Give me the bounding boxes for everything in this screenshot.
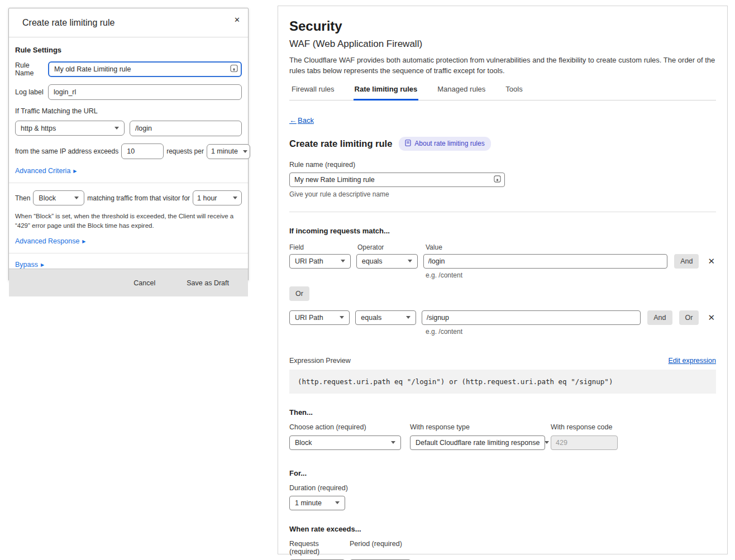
create-rule-heading: Create rate limiting rule <box>289 138 392 149</box>
then-heading: Then... <box>289 408 716 417</box>
divider <box>9 183 248 183</box>
url-match-row: http & https <box>15 121 242 136</box>
caret-down-icon <box>545 441 549 444</box>
tab-tools[interactable]: Tools <box>504 85 523 100</box>
modal-body: Rule Settings Rule Name Log label <box>9 37 248 269</box>
caret-down-icon <box>341 260 345 262</box>
expression-preview-label: Expression Preview <box>289 357 351 365</box>
caret-down-icon <box>74 197 79 199</box>
threshold-prefix: from the same IP address exceeds <box>15 147 118 155</box>
for-heading: For... <box>289 469 716 477</box>
requests-label: Requests (required) <box>289 540 345 556</box>
caret-down-icon <box>340 316 344 319</box>
divider <box>289 212 716 212</box>
rule-name-row: Rule Name <box>15 61 242 77</box>
duration-label: Duration (required) <box>289 484 716 492</box>
tab-managed-rules[interactable]: Managed rules <box>436 85 486 100</box>
autofill-icon[interactable] <box>494 175 501 185</box>
expression-code: (http.request.uri.path eq "/login") or (… <box>289 370 716 394</box>
cancel-button[interactable]: Cancel <box>130 279 159 288</box>
chevron-right-icon: ▶ <box>73 169 77 174</box>
screen: Create rate limiting rule ✕ Rule Setting… <box>0 0 735 560</box>
duration-select[interactable]: 1 minute <box>289 496 345 510</box>
waf-tabs: Firewall rules Rate limiting rules Manag… <box>289 85 716 100</box>
or-connector-button[interactable]: Or <box>289 286 309 301</box>
chevron-right-icon: ▶ <box>41 262 44 267</box>
tab-rate-limiting-rules[interactable]: Rate limiting rules <box>354 85 419 100</box>
autofill-icon[interactable] <box>230 65 238 74</box>
bypass-link[interactable]: Bypass ▶ <box>15 261 44 269</box>
scheme-select[interactable]: http & https <box>15 121 125 136</box>
modal-footer: Cancel Save as Draft <box>9 269 248 296</box>
choose-action-label: Choose action (required) <box>289 423 401 431</box>
log-label-label: Log label <box>15 88 48 96</box>
field-select[interactable]: URI Path <box>289 310 350 325</box>
url-pattern-input[interactable] <box>130 121 242 136</box>
edit-expression-link[interactable]: Edit expression <box>669 357 716 365</box>
traffic-matching-heading: If Traffic Matching the URL <box>15 107 242 115</box>
period-label: Period (required) <box>350 540 402 556</box>
save-as-draft-button[interactable]: Save as Draft <box>183 279 232 288</box>
caret-down-icon <box>233 197 237 199</box>
action-select[interactable]: Block <box>289 435 401 450</box>
rule-name-input[interactable] <box>289 173 505 187</box>
rule-name-label: Rule Name <box>15 61 48 77</box>
value-hint: e.g. /content <box>426 271 716 279</box>
value-column-label: Value <box>426 243 442 251</box>
log-label-input[interactable] <box>48 84 242 100</box>
field-column-label: Field <box>289 243 357 251</box>
operator-select[interactable]: equals <box>355 310 416 325</box>
caret-down-icon <box>114 127 119 130</box>
remove-condition-icon[interactable]: ✕ <box>707 256 716 266</box>
match-heading: If incoming requests match... <box>289 227 716 235</box>
caret-down-icon <box>335 501 340 504</box>
tab-firewall-rules[interactable]: Firewall rules <box>290 85 336 100</box>
back-arrow-icon: ← <box>289 116 297 125</box>
response-code-label: With response code <box>551 423 618 431</box>
advanced-response-link[interactable]: Advanced Response ▶ <box>15 237 86 245</box>
advanced-criteria-link[interactable]: Advanced Criteria ▶ <box>15 167 77 175</box>
rule-name-label: Rule name (required) <box>289 161 716 169</box>
condition-row: URI Path equals And ✕ <box>289 254 716 269</box>
condition-column-labels: Field Operator Value <box>289 243 716 251</box>
page-title: Security <box>289 18 716 34</box>
caret-down-icon <box>391 441 395 444</box>
block-duration-select[interactable]: 1 hour <box>193 190 242 205</box>
waf-panel: Security WAF (Web Application Firewall) … <box>278 6 728 554</box>
value-input[interactable] <box>423 254 668 269</box>
action-select[interactable]: Block <box>33 190 84 205</box>
modal-header: Create rate limiting rule ✕ <box>9 8 248 37</box>
response-code-input[interactable] <box>551 435 618 450</box>
then-row: Then Block matching traffic from that vi… <box>15 190 242 205</box>
about-rate-limiting-badge[interactable]: About rate limiting rules <box>399 137 490 151</box>
or-button[interactable]: Or <box>679 310 699 325</box>
period-select[interactable]: 1 minute <box>207 144 250 159</box>
remove-condition-icon[interactable]: ✕ <box>707 312 716 323</box>
value-hint: e.g. /content <box>426 328 716 336</box>
doc-icon <box>405 140 411 148</box>
rate-heading: When rate exceeds... <box>289 525 716 533</box>
operator-select[interactable]: equals <box>356 254 418 269</box>
rule-name-helper: Give your rule a descriptive name <box>289 190 716 198</box>
page-description: The Cloudflare WAF provides both automat… <box>289 55 716 76</box>
rule-name-input[interactable] <box>48 61 242 77</box>
modal-title: Create rate limiting rule <box>22 18 114 27</box>
field-select[interactable]: URI Path <box>289 254 351 269</box>
chevron-right-icon: ▶ <box>82 239 85 244</box>
value-input[interactable] <box>422 310 641 325</box>
caret-down-icon <box>243 150 247 153</box>
then-prefix: Then <box>15 194 30 202</box>
response-type-select[interactable]: Default Cloudflare rate limiting respons… <box>410 435 545 450</box>
threshold-row: from the same IP address exceeds request… <box>15 143 242 159</box>
requests-count-input[interactable] <box>121 143 164 159</box>
close-icon[interactable]: ✕ <box>232 14 242 26</box>
condition-row: URI Path equals And Or ✕ <box>289 310 716 325</box>
log-label-row: Log label <box>15 84 242 100</box>
block-note: When “Block” is set, when the threshold … <box>15 212 242 230</box>
and-button[interactable]: And <box>674 254 699 269</box>
and-button[interactable]: And <box>647 310 672 325</box>
rule-settings-heading: Rule Settings <box>15 46 242 54</box>
then-middle: matching traffic from that visitor for <box>87 194 190 202</box>
back-link[interactable]: ← Back <box>289 116 314 125</box>
caret-down-icon <box>406 316 411 319</box>
